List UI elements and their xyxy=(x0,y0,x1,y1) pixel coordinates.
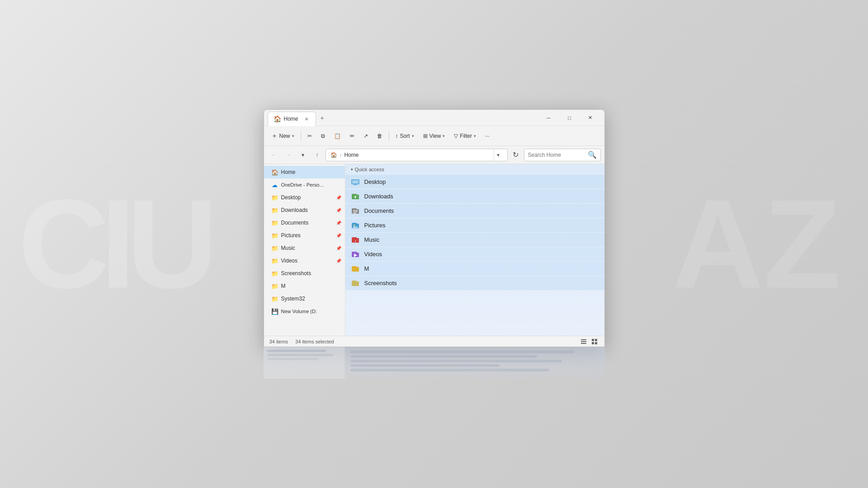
svg-text:♪: ♪ xyxy=(354,239,356,243)
sidebar-screenshots-label: Screenshots xyxy=(281,270,311,277)
status-bar-right xyxy=(579,337,599,346)
downloads-icon xyxy=(351,192,360,201)
new-tab-button[interactable]: + xyxy=(316,112,329,124)
recent-button[interactable]: ▾ xyxy=(297,149,309,161)
file-list: ▾ Quick access Desktop xyxy=(345,164,604,336)
back-button[interactable]: ← xyxy=(268,149,280,161)
file-row-desktop[interactable]: Desktop xyxy=(345,175,604,189)
filter-button[interactable]: ▽ Filter ▾ xyxy=(450,131,480,141)
new-button[interactable]: ＋ New ▾ xyxy=(268,130,298,142)
m-icon xyxy=(351,264,360,273)
pictures-pin: 📌 xyxy=(336,233,341,238)
selected-count: 34 items selected xyxy=(295,339,334,344)
explorer-window: 🏠 Home ✕ + ─ □ ✕ ＋ New ▾ ✂ xyxy=(264,109,605,347)
svg-rect-4 xyxy=(353,210,358,211)
music-pin: 📌 xyxy=(336,246,341,251)
sort-chevron: ▾ xyxy=(412,134,414,138)
delete-button[interactable]: 🗑 xyxy=(373,131,386,141)
sidebar-item-videos[interactable]: 📁 Videos 📌 xyxy=(264,254,345,267)
view-button[interactable]: ⊞ View ▾ xyxy=(420,131,449,141)
tab-home[interactable]: 🏠 Home ✕ xyxy=(268,112,316,126)
screenshots-folder-icon: 📁 xyxy=(271,270,278,277)
file-row-pictures[interactable]: Pictures xyxy=(345,218,604,233)
forward-button[interactable]: → xyxy=(282,149,295,161)
tab-close-button[interactable]: ✕ xyxy=(303,115,310,122)
svg-rect-12 xyxy=(581,341,586,342)
main-area: 🏠 Home ☁ OneDrive - Perso... 📁 Desktop 📌… xyxy=(264,164,604,336)
paste-icon: 📋 xyxy=(334,133,341,139)
m-folder-icon: 📁 xyxy=(271,283,278,290)
music-folder-icon: 📁 xyxy=(271,245,278,252)
svg-rect-14 xyxy=(592,339,594,341)
filter-icon: ▽ xyxy=(454,133,458,139)
file-row-videos[interactable]: Videos xyxy=(345,247,604,262)
sidebar-m-label: M xyxy=(281,283,286,289)
more-label: ··· xyxy=(485,133,490,139)
sidebar-item-onedrive[interactable]: ☁ OneDrive - Perso... xyxy=(264,178,345,191)
rename-button[interactable]: ✏ xyxy=(346,131,358,141)
file-row-screenshots[interactable]: Screenshots xyxy=(345,276,604,291)
sidebar-item-screenshots[interactable]: 📁 Screenshots xyxy=(264,267,345,280)
copy-button[interactable]: ⧉ xyxy=(317,131,329,141)
desktop-pin: 📌 xyxy=(336,195,341,200)
up-button[interactable]: ↑ xyxy=(311,149,324,161)
quick-access-header[interactable]: ▾ Quick access xyxy=(345,164,604,175)
new-label: New xyxy=(279,133,290,139)
desktop-folder-icon: 📁 xyxy=(271,194,278,201)
svg-rect-17 xyxy=(595,342,597,344)
bg-decoration-left: CIU xyxy=(18,172,209,317)
file-row-documents[interactable]: Documents xyxy=(345,204,604,218)
sidebar-downloads-label: Downloads xyxy=(281,207,308,213)
details-view-button[interactable] xyxy=(579,337,588,346)
sidebar-item-m[interactable]: 📁 M xyxy=(264,280,345,292)
file-row-music[interactable]: ♪ Music xyxy=(345,233,604,247)
maximize-button[interactable]: □ xyxy=(559,111,580,125)
search-box[interactable]: 🔍 xyxy=(524,149,601,161)
sidebar-onedrive-label: OneDrive - Perso... xyxy=(281,182,324,188)
bg-decoration-right: AZ xyxy=(672,172,841,317)
view-icon: ⊞ xyxy=(423,133,428,139)
toolbar: ＋ New ▾ ✂ ⧉ 📋 ✏ ↗ 🗑 xyxy=(264,126,604,146)
address-bar: ← → ▾ ↑ 🏠 › Home ▾ ↻ 🔍 xyxy=(264,146,604,164)
minimize-button[interactable]: ─ xyxy=(538,111,559,125)
sidebar-item-home[interactable]: 🏠 Home xyxy=(264,166,345,178)
copy-icon: ⧉ xyxy=(321,133,325,139)
paste-button[interactable]: 📋 xyxy=(330,131,344,141)
sidebar-system32-label: System32 xyxy=(281,296,305,302)
screenshots-label: Screenshots xyxy=(364,280,397,286)
share-button[interactable]: ↗ xyxy=(360,131,372,141)
downloads-label: Downloads xyxy=(364,193,393,200)
sort-button[interactable]: ↕ Sort ▾ xyxy=(392,131,418,141)
sidebar-item-documents[interactable]: 📁 Documents 📌 xyxy=(264,216,345,229)
view-chevron: ▾ xyxy=(443,134,445,138)
downloads-folder-icon: 📁 xyxy=(271,207,278,214)
home-icon: 🏠 xyxy=(271,169,278,176)
sidebar-music-label: Music xyxy=(281,245,295,251)
system32-folder-icon: 📁 xyxy=(271,296,278,302)
documents-icon xyxy=(351,206,360,216)
share-icon: ↗ xyxy=(363,133,368,139)
svg-rect-5 xyxy=(353,211,358,212)
address-path[interactable]: 🏠 › Home ▾ xyxy=(326,149,508,161)
sidebar-item-system32[interactable]: 📁 System32 xyxy=(264,292,345,305)
close-button[interactable]: ✕ xyxy=(580,111,601,125)
more-button[interactable]: ··· xyxy=(481,131,493,141)
videos-label: Videos xyxy=(364,251,382,258)
sidebar-videos-label: Videos xyxy=(281,258,297,264)
sidebar-item-pictures[interactable]: 📁 Pictures 📌 xyxy=(264,229,345,242)
address-dropdown[interactable]: ▾ xyxy=(494,149,503,161)
sidebar-item-desktop[interactable]: 📁 Desktop 📌 xyxy=(264,191,345,204)
separator-2 xyxy=(389,131,389,141)
svg-point-7 xyxy=(354,225,355,226)
refresh-button[interactable]: ↻ xyxy=(509,149,522,161)
screenshots-icon xyxy=(351,279,360,288)
file-row-m[interactable]: M xyxy=(345,262,604,276)
file-row-downloads[interactable]: Downloads xyxy=(345,189,604,204)
sidebar-item-newvolume[interactable]: 💾 New Volume (D: xyxy=(264,305,345,318)
sidebar-item-downloads[interactable]: 📁 Downloads 📌 xyxy=(264,204,345,216)
cut-button[interactable]: ✂ xyxy=(304,131,316,141)
search-input[interactable] xyxy=(528,152,585,158)
window-reflection xyxy=(264,347,605,379)
tiles-view-button[interactable] xyxy=(590,337,599,346)
sidebar-item-music[interactable]: 📁 Music 📌 xyxy=(264,242,345,254)
